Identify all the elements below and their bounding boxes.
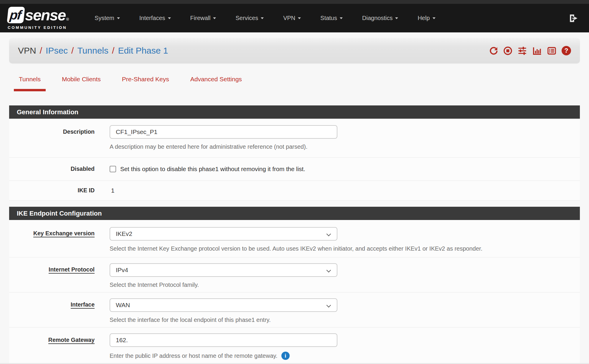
ike-id-row: IKE ID 1 <box>9 181 580 201</box>
top-strip <box>0 0 589 4</box>
log-list-icon[interactable] <box>547 46 557 56</box>
key-exchange-select[interactable]: IKEv2 <box>110 227 337 241</box>
chevron-down-icon <box>326 232 331 236</box>
breadcrumb-vpn: VPN <box>18 46 36 56</box>
interface-select[interactable]: WAN <box>110 298 337 312</box>
tab-mobile-clients[interactable]: Mobile Clients <box>62 76 101 91</box>
internet-protocol-help: Select the Internet Protocol family. <box>110 282 580 288</box>
disabled-checkbox-label: Set this option to disable this phase1 w… <box>120 166 305 173</box>
key-exchange-value: IKEv2 <box>116 230 132 237</box>
breadcrumb: VPN / IPsec / Tunnels / Edit Phase 1 <box>18 46 168 56</box>
tab-advanced-settings[interactable]: Advanced Settings <box>190 76 242 91</box>
general-information-panel: Description A description may be entered… <box>9 119 580 201</box>
tab-bar: Tunnels Mobile Clients Pre-Shared Keys A… <box>0 63 589 91</box>
navbar: pf sense ® COMMUNITY EDITION System Inte… <box>0 4 589 32</box>
remote-gateway-label: Remote Gateway <box>48 337 95 344</box>
caret-down-icon <box>168 17 171 19</box>
breadcrumb-ipsec-link[interactable]: IPsec <box>46 46 68 56</box>
breadcrumb-tunnels-link[interactable]: Tunnels <box>77 46 108 56</box>
caret-down-icon <box>340 17 343 19</box>
sliders-icon[interactable] <box>517 46 527 56</box>
active-tab-indicator <box>14 89 46 91</box>
info-icon[interactable]: i <box>281 352 290 360</box>
description-row: Description A description may be entered… <box>9 119 580 158</box>
menu-vpn[interactable]: VPN <box>273 9 311 27</box>
internet-protocol-row: Internet Protocol IPv4 Select the Intern… <box>9 257 580 292</box>
interface-row: Interface WAN Select the interface for t… <box>9 292 580 327</box>
interface-label: Interface <box>71 301 95 309</box>
help-icon[interactable]: ? <box>562 46 571 55</box>
caret-down-icon <box>261 17 264 19</box>
main-menu: System Interfaces Firewall Services VPN … <box>85 9 445 27</box>
remote-gateway-input[interactable] <box>110 333 337 347</box>
menu-system[interactable]: System <box>85 9 130 27</box>
header-action-icons: ? <box>489 46 571 56</box>
caret-down-icon <box>298 17 301 19</box>
internet-protocol-select[interactable]: IPv4 <box>110 263 337 277</box>
disabled-label: Disabled <box>9 166 95 173</box>
description-label: Description <box>9 125 95 150</box>
tab-pre-shared-keys[interactable]: Pre-Shared Keys <box>122 76 169 91</box>
menu-firewall[interactable]: Firewall <box>181 9 226 27</box>
registered-mark: ® <box>66 17 69 21</box>
key-exchange-help: Select the Internet Key Exchange protoco… <box>110 245 580 252</box>
caret-down-icon <box>433 17 435 19</box>
caret-down-icon <box>213 17 216 19</box>
remote-gateway-help: Enter the public IP address or host name… <box>110 353 278 359</box>
sign-out-icon[interactable] <box>568 13 579 24</box>
menu-status[interactable]: Status <box>311 9 352 27</box>
pf-logo-box: pf <box>7 7 25 23</box>
community-edition-label: COMMUNITY EDITION <box>8 25 69 30</box>
breadcrumb-panel: VPN / IPsec / Tunnels / Edit Phase 1 <box>9 38 580 63</box>
breadcrumb-edit-phase1-link[interactable]: Edit Phase 1 <box>118 46 168 56</box>
disabled-row: Disabled Set this option to disable this… <box>9 158 580 181</box>
internet-protocol-label: Internet Protocol <box>49 266 95 274</box>
ike-id-value: 1 <box>110 187 580 194</box>
key-exchange-row: Key Exchange version IKEv2 Select the In… <box>9 220 580 257</box>
chevron-down-icon <box>326 303 331 308</box>
menu-help[interactable]: Help <box>408 9 445 27</box>
chevron-down-icon <box>326 268 331 273</box>
bar-chart-icon[interactable] <box>532 46 542 56</box>
pf-logo-text: pf <box>9 8 23 22</box>
disabled-checkbox[interactable] <box>110 166 116 172</box>
section-ike-endpoint-configuration: IKE Endpoint Configuration <box>9 207 580 220</box>
description-input[interactable] <box>110 125 337 139</box>
menu-services[interactable]: Services <box>226 9 273 27</box>
menu-interfaces[interactable]: Interfaces <box>130 9 181 27</box>
interface-help: Select the interface for the local endpo… <box>110 317 580 323</box>
stop-icon[interactable] <box>503 46 512 55</box>
description-help: A description may be entered here for ad… <box>110 143 580 150</box>
section-general-information: General Information <box>9 105 580 119</box>
caret-down-icon <box>395 17 398 19</box>
menu-diagnostics[interactable]: Diagnostics <box>352 9 408 27</box>
internet-protocol-value: IPv4 <box>116 267 128 274</box>
ike-id-label: IKE ID <box>9 187 95 194</box>
tab-tunnels[interactable]: Tunnels <box>19 76 41 91</box>
caret-down-icon <box>117 17 120 19</box>
sense-logo-text: sense <box>25 7 65 23</box>
pfsense-logo[interactable]: pf sense ® COMMUNITY EDITION <box>8 7 69 30</box>
key-exchange-label: Key Exchange version <box>33 230 95 237</box>
interface-value: WAN <box>116 302 130 309</box>
refresh-icon[interactable] <box>489 46 498 55</box>
ike-endpoint-panel: Key Exchange version IKEv2 Select the In… <box>9 220 580 363</box>
remote-gateway-row: Remote Gateway Enter the public IP addre… <box>9 327 580 363</box>
